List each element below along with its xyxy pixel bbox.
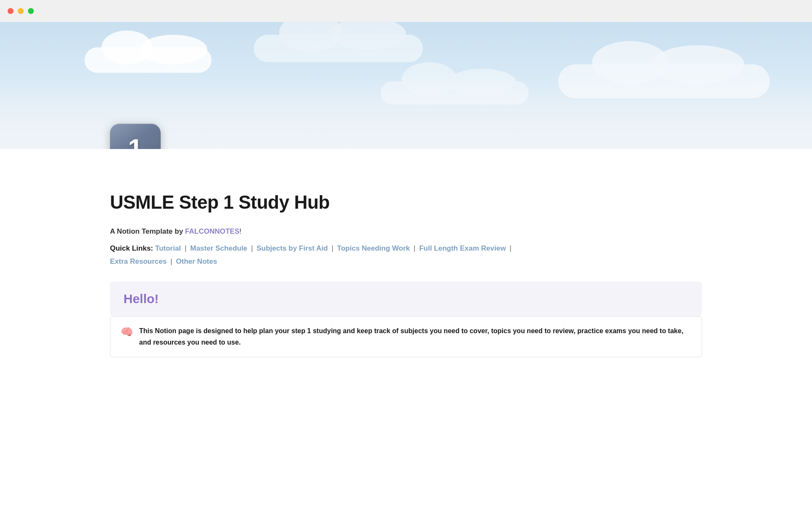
hello-title: Hello! xyxy=(123,292,689,306)
separator-6: | xyxy=(170,257,174,265)
cloud-3 xyxy=(254,35,423,62)
separator-4: | xyxy=(414,244,417,252)
quick-link-full-length-exam-review[interactable]: Full Length Exam Review xyxy=(419,244,506,252)
hello-section: Hello! xyxy=(110,282,702,316)
page-icon-wrapper: 1 xyxy=(110,124,161,149)
cloud-4 xyxy=(381,81,529,105)
separator-3: | xyxy=(332,244,335,252)
quick-link-other-notes[interactable]: Other Notes xyxy=(176,257,217,265)
page-title: USMLE Step 1 Study Hub xyxy=(110,191,702,214)
callout-text: This Notion page is designed to help pla… xyxy=(139,325,691,348)
cloud-1 xyxy=(85,47,211,73)
minimize-button[interactable] xyxy=(18,8,24,14)
subtitle-prefix: A Notion Template by xyxy=(110,227,185,235)
separator-5: | xyxy=(510,244,511,252)
close-button[interactable] xyxy=(8,8,14,14)
callout-icon: 🧠 xyxy=(121,326,133,338)
titlebar xyxy=(0,0,812,22)
page-icon: 1 xyxy=(110,124,161,149)
quick-link-master-schedule[interactable]: Master Schedule xyxy=(190,244,247,252)
separator-2: | xyxy=(251,244,255,252)
quick-link-tutorial[interactable]: Tutorial xyxy=(155,244,181,252)
quick-link-subjects-by-first-aid[interactable]: Subjects by First Aid xyxy=(257,244,328,252)
subtitle-line: A Notion Template by FALCONNOTES! xyxy=(110,226,702,237)
author-suffix: ! xyxy=(239,227,241,235)
quick-link-extra-resources[interactable]: Extra Resources xyxy=(110,257,167,265)
quick-link-topics-needing-work[interactable]: Topics Needing Work xyxy=(337,244,410,252)
content-area: USMLE Step 1 Study Hub A Notion Template… xyxy=(0,149,812,383)
separator-1: | xyxy=(185,244,189,252)
callout-content: This Notion page is designed to help pla… xyxy=(139,325,691,348)
quick-links-label: Quick Links: xyxy=(110,244,153,252)
quick-links-line: Quick Links: Tutorial | Master Schedule … xyxy=(110,242,702,268)
maximize-button[interactable] xyxy=(28,8,34,14)
cloud-2 xyxy=(558,64,770,98)
cover-image: 1 xyxy=(0,22,812,149)
callout-box: 🧠 This Notion page is designed to help p… xyxy=(110,316,702,357)
author-link[interactable]: FALCONNOTES xyxy=(185,227,239,235)
